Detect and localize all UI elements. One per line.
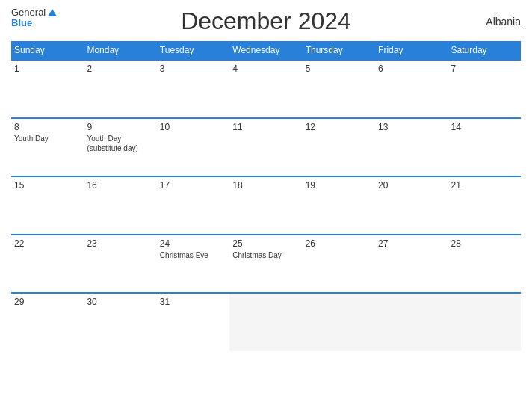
calendar-cell: 2 — [84, 60, 156, 118]
calendar-week-row: 222324Christmas Eve25Christmas Day262728 — [11, 235, 521, 293]
calendar-event: Youth Day — [14, 134, 81, 143]
calendar-cell: 6 — [375, 60, 448, 118]
calendar-cell: 4 — [229, 60, 302, 118]
day-number: 31 — [160, 297, 226, 307]
calendar-cell: 29 — [11, 293, 84, 351]
day-number: 16 — [87, 180, 153, 191]
weekday-header-thursday: Thursday — [303, 41, 375, 60]
weekday-header-wednesday: Wednesday — [229, 41, 302, 60]
day-number: 1 — [14, 64, 81, 74]
day-number: 28 — [451, 238, 518, 249]
calendar-cell: 16 — [84, 176, 156, 235]
day-number: 15 — [14, 180, 81, 191]
day-number: 21 — [451, 180, 518, 191]
calendar-week-row: 1234567 — [11, 60, 521, 118]
day-number: 29 — [14, 297, 81, 307]
calendar-cell — [375, 293, 448, 351]
calendar-cell: 12 — [303, 118, 375, 176]
weekday-header-saturday: Saturday — [448, 41, 521, 60]
calendar-cell: 19 — [303, 176, 375, 235]
calendar-event: (substitute day) — [87, 143, 153, 153]
day-number: 13 — [378, 122, 445, 132]
day-number: 22 — [14, 238, 81, 249]
day-number: 18 — [232, 180, 299, 191]
day-number: 2 — [87, 64, 153, 74]
calendar-event: Christmas Eve — [160, 250, 226, 260]
logo-blue-text: Blue — [11, 18, 32, 28]
day-number: 26 — [306, 238, 372, 249]
calendar-cell: 18 — [229, 176, 302, 235]
calendar-cell: 17 — [157, 176, 229, 235]
weekday-header-friday: Friday — [375, 41, 448, 60]
day-number: 27 — [378, 238, 445, 249]
calendar-cell: 24Christmas Eve — [157, 235, 229, 293]
day-number: 19 — [306, 180, 372, 191]
day-number: 11 — [232, 122, 299, 132]
calendar-cell: 9Youth Day(substitute day) — [84, 118, 156, 176]
calendar-cell: 23 — [84, 235, 156, 293]
weekday-header-sunday: Sunday — [11, 41, 84, 60]
calendar-cell — [448, 293, 521, 351]
day-number: 6 — [378, 64, 445, 74]
day-number: 25 — [232, 238, 299, 249]
calendar-cell: 8Youth Day — [11, 118, 84, 176]
calendar-cell: 20 — [375, 176, 448, 235]
day-number: 12 — [306, 122, 372, 132]
day-number: 20 — [378, 180, 445, 191]
calendar-cell: 15 — [11, 176, 84, 235]
calendar-cell: 11 — [229, 118, 302, 176]
day-number: 4 — [232, 64, 299, 74]
calendar-week-row: 15161718192021 — [11, 176, 521, 235]
calendar-header: General Blue December 2024 Albania — [11, 7, 521, 35]
calendar-cell: 13 — [375, 118, 448, 176]
logo-general-text: General — [11, 7, 46, 18]
calendar-cell: 26 — [303, 235, 375, 293]
month-title: December 2024 — [181, 7, 351, 35]
calendar-cell: 28 — [448, 235, 521, 293]
calendar-cell: 21 — [448, 176, 521, 235]
country-label: Albania — [486, 16, 521, 28]
calendar-week-row: 293031 — [11, 293, 521, 351]
calendar-cell: 30 — [84, 293, 156, 351]
weekday-header-monday: Monday — [84, 41, 156, 60]
calendar-cell: 1 — [11, 60, 84, 118]
day-number: 10 — [160, 122, 226, 132]
logo-triangle-icon — [48, 9, 57, 16]
weekday-header-tuesday: Tuesday — [157, 41, 229, 60]
calendar-cell: 25Christmas Day — [229, 235, 302, 293]
day-number: 17 — [160, 180, 226, 191]
calendar-cell: 31 — [157, 293, 229, 351]
day-number: 7 — [451, 64, 518, 74]
calendar-table: SundayMondayTuesdayWednesdayThursdayFrid… — [11, 41, 521, 351]
calendar-event: Youth Day — [87, 134, 153, 143]
calendar-cell: 5 — [303, 60, 375, 118]
calendar-container: General Blue December 2024 Albania Sunda… — [0, 0, 532, 411]
calendar-cell: 22 — [11, 235, 84, 293]
day-number: 24 — [160, 238, 226, 249]
day-number: 8 — [14, 122, 81, 132]
calendar-cell: 7 — [448, 60, 521, 118]
day-number: 9 — [87, 122, 153, 132]
logo: General Blue — [11, 7, 57, 29]
calendar-cell: 27 — [375, 235, 448, 293]
calendar-cell — [303, 293, 375, 351]
day-number: 3 — [160, 64, 226, 74]
day-number: 23 — [87, 238, 153, 249]
calendar-cell — [229, 293, 302, 351]
calendar-cell: 3 — [157, 60, 229, 118]
calendar-event: Christmas Day — [232, 250, 299, 260]
calendar-header-row: SundayMondayTuesdayWednesdayThursdayFrid… — [11, 41, 521, 60]
day-number: 5 — [306, 64, 372, 74]
day-number: 14 — [451, 122, 518, 132]
day-number: 30 — [87, 297, 153, 307]
calendar-week-row: 8Youth Day9Youth Day(substitute day)1011… — [11, 118, 521, 176]
calendar-cell: 14 — [448, 118, 521, 176]
calendar-cell: 10 — [157, 118, 229, 176]
